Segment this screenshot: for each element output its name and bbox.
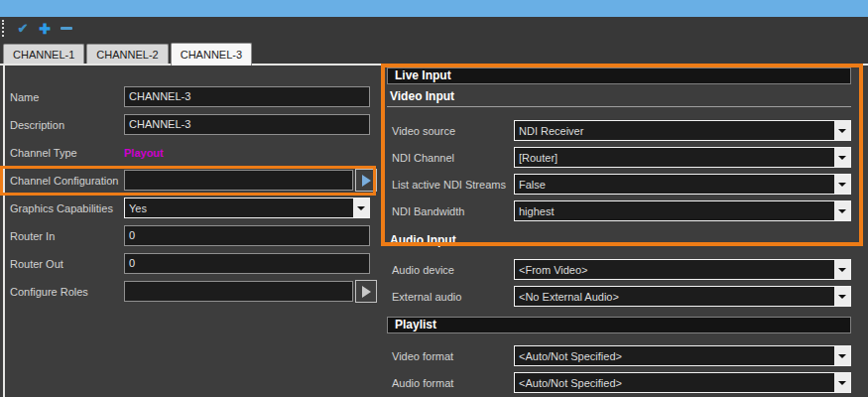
list-active-ndi-streams-label: List active NDI Streams [387,179,514,191]
graphics-capabilities-value: Yes [125,202,353,214]
audio-device-dropdown[interactable]: <From Video> [514,259,851,280]
video-format-row: Video format <Auto/Not Specified> [387,345,851,366]
audio-format-row: Audio format <Auto/Not Specified> [387,372,851,393]
channel-configuration-label: Channel Configuration [10,175,124,187]
configure-roles-label: Configure Roles [10,286,124,298]
channel-type-value: Playout [124,147,164,159]
chevron-down-icon [834,201,850,220]
ndi-bandwidth-dropdown[interactable]: highest [514,200,851,221]
tab-channel-1[interactable]: CHANNEL-1 [3,44,84,64]
channel-type-row: Channel Type Playout [10,142,377,163]
audio-input-header: Audio Input [387,231,851,249]
ndi-bandwidth-label: NDI Bandwidth [387,205,514,217]
list-active-ndi-streams-dropdown[interactable]: False [514,174,851,195]
video-source-dropdown[interactable]: NDI Receiver [514,120,851,141]
ndi-bandwidth-row: NDI Bandwidth highest [387,200,851,221]
configure-roles-input[interactable] [124,281,353,302]
channel-type-label: Channel Type [10,147,124,159]
external-audio-value: <No External Audio> [515,291,834,303]
audio-format-value: <Auto/Not Specified> [515,377,834,389]
video-format-label: Video format [387,350,514,362]
channel-tabstrip: CHANNEL-1 CHANNEL-2 CHANNEL-3 [3,40,865,64]
ndi-channel-dropdown[interactable]: [Router] [514,147,851,168]
description-input[interactable]: CHANNEL-3 [124,114,370,135]
channel-configuration-row: Channel Configuration [10,170,377,191]
graphics-capabilities-label: Graphics Capabilities [10,202,124,214]
external-audio-label: External audio [387,291,514,303]
configure-roles-browse-button[interactable] [355,280,377,303]
description-label: Description [10,119,124,131]
chevron-down-icon [834,121,850,140]
window-titlebar [0,0,868,17]
video-format-value: <Auto/Not Specified> [515,350,834,362]
ndi-channel-row: NDI Channel [Router] [387,147,851,168]
chevron-down-icon [834,373,850,392]
chevron-down-icon [353,198,369,217]
audio-device-row: Audio device <From Video> [387,259,851,280]
tab-channel-3[interactable]: CHANNEL-3 [171,43,252,66]
audio-device-value: <From Video> [515,264,834,276]
channel-configuration-browse-button[interactable] [355,169,377,192]
list-active-ndi-streams-row: List active NDI Streams False [387,174,851,195]
audio-format-label: Audio format [387,377,514,389]
tab-channel-2[interactable]: CHANNEL-2 [86,44,168,64]
video-source-label: Video source [387,125,514,137]
name-input[interactable]: CHANNEL-3 [124,86,370,107]
ndi-bandwidth-value: highest [515,205,834,217]
description-row: Description CHANNEL-3 [10,114,377,135]
chevron-down-icon [834,148,850,167]
external-audio-dropdown[interactable]: <No External Audio> [514,286,851,307]
live-input-header: Live Input [387,67,851,84]
channel-configuration-input[interactable] [124,170,353,191]
apply-check-icon[interactable]: ✔ [12,21,34,36]
tabpage-left-border [3,66,5,397]
list-active-ndi-streams-value: False [515,179,834,191]
play-arrow-icon [362,175,371,187]
playlist-header: Playlist [387,317,851,333]
graphics-capabilities-dropdown[interactable]: Yes [124,198,370,218]
video-source-row: Video source NDI Receiver [387,120,851,141]
router-out-row: Router Out 0 [10,253,377,274]
router-out-input[interactable]: 0 [124,253,370,274]
audio-format-dropdown[interactable]: <Auto/Not Specified> [514,372,851,393]
chevron-down-icon [834,175,850,194]
play-arrow-icon [362,286,371,298]
remove-channel-icon[interactable] [61,27,72,30]
router-in-row: Router In 0 [10,225,377,246]
chevron-down-icon [834,287,850,306]
chevron-down-icon [834,346,850,365]
toolbar-grip-handle[interactable] [2,20,5,37]
router-in-label: Router In [10,230,124,242]
ndi-channel-value: [Router] [515,152,834,164]
video-source-value: NDI Receiver [515,125,834,137]
video-format-dropdown[interactable]: <Auto/Not Specified> [514,345,851,366]
live-input-settings-panel: Live Input Video Input Video source NDI … [387,67,851,397]
channel-settings-panel: Name CHANNEL-3 Description CHANNEL-3 Cha… [10,66,377,309]
graphics-capabilities-row: Graphics Capabilities Yes [10,198,377,218]
name-label: Name [10,91,124,103]
router-in-input[interactable]: 0 [124,225,370,246]
toolbar: ✔ ✚ [0,17,868,40]
add-channel-icon[interactable]: ✚ [34,21,56,37]
router-out-label: Router Out [10,258,124,270]
chevron-down-icon [834,260,850,279]
audio-device-label: Audio device [387,264,514,276]
name-row: Name CHANNEL-3 [10,86,377,107]
configure-roles-row: Configure Roles [10,281,377,302]
external-audio-row: External audio <No External Audio> [387,286,851,307]
ndi-channel-label: NDI Channel [387,152,514,164]
video-input-header: Video Input [387,87,851,107]
